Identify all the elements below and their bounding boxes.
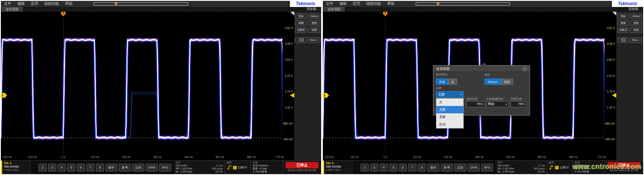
- channel-3-button[interactable]: 3: [48, 164, 56, 172]
- trigger-title: 触发: [227, 161, 249, 164]
- channel-4-button[interactable]: 4: [380, 164, 388, 172]
- persistence-option-off[interactable]: 关: [436, 99, 463, 106]
- search-button[interactable]: 搜索: [630, 20, 642, 26]
- acquisition-count: 1.754 M采集: [253, 170, 281, 173]
- graticule-style-dropdown[interactable]: 网格▾: [486, 101, 509, 107]
- results-table-button[interactable]: 结果表: [295, 27, 307, 33]
- persistence-dropdown[interactable]: 无限 ▾: [436, 91, 464, 98]
- channel-2-button[interactable]: 2: [39, 164, 47, 172]
- measure-button[interactable]: 测量: [617, 20, 629, 26]
- acquisition-badge[interactable]: 采集 自动 FastAcq 数采: 12 bits 1.754 M采集: [251, 161, 283, 174]
- record-view-bracket[interactable]: [94, 2, 188, 6]
- menu-utility[interactable]: 辅助功能: [363, 1, 384, 7]
- voltage-label: 2.20 V: [285, 74, 293, 77]
- ref-button[interactable]: 参考: [441, 164, 453, 172]
- voltage-label: 1.76 V: [607, 90, 615, 93]
- menu-help[interactable]: 帮助: [62, 1, 75, 7]
- time-label: -110 ns: [349, 155, 358, 158]
- math-button[interactable]: 数学: [105, 164, 117, 172]
- callout-button[interactable]: Callout: [630, 13, 642, 19]
- add-new-button[interactable]: 添加新...: [628, 7, 641, 11]
- measure-button[interactable]: 测量: [295, 20, 307, 26]
- persistence-option-variable[interactable]: 变量: [436, 113, 463, 121]
- results-table-button[interactable]: 结果表: [617, 27, 629, 33]
- plot-button[interactable]: 绘图: [308, 27, 320, 33]
- channel1-badge[interactable]: Ch 1 440 mV/div 1 MΩ 1 GHz: [1, 161, 30, 174]
- trigger-badge[interactable]: 触发 1 1.65 V: [547, 161, 573, 174]
- persistence-option-infinite[interactable]: 无限: [436, 106, 463, 113]
- channel-6-button[interactable]: 6: [77, 164, 85, 172]
- math-button[interactable]: 数学: [427, 164, 439, 172]
- time-label: 110 ns: [413, 155, 421, 158]
- add-new-button[interactable]: 添加新...: [306, 7, 319, 11]
- bus-button[interactable]: 总线: [132, 164, 144, 172]
- menu-edit[interactable]: 编辑: [14, 1, 28, 7]
- waveform-canvas[interactable]: [1, 12, 283, 155]
- cursors-button[interactable]: 光标: [295, 13, 307, 19]
- tab-waveform-view[interactable]: 波形视图: [2, 7, 23, 12]
- horizontal-title: 水平: [498, 161, 545, 164]
- menu-apps[interactable]: 应用: [28, 1, 41, 7]
- channel-5-button[interactable]: 5: [67, 164, 75, 172]
- plot-button[interactable]: 绘图: [630, 27, 642, 33]
- more-button[interactable]: More...: [308, 37, 320, 43]
- waveform-display[interactable]: T 1 3.52 V 3.08 V 2.64 V 2.20 V 1.76 V 1…: [1, 12, 294, 160]
- afg-button[interactable]: AFG: [481, 164, 493, 172]
- menu-edit[interactable]: 编辑: [336, 1, 350, 7]
- menu-utility[interactable]: 辅助功能: [41, 1, 62, 7]
- persistence-options-list: 关 无限 变量 自动: [436, 98, 464, 129]
- interp-sinx-button[interactable]: Sin(x)/x: [485, 79, 501, 85]
- dvm-button[interactable]: DVM: [468, 164, 480, 172]
- channel-3-button[interactable]: 3: [370, 164, 378, 172]
- wave-intensity-input[interactable]: 75%: [466, 101, 485, 107]
- main-area: T 1 3.52 V 3.08 V 2.64 V 2.20 V 1.76 V 1…: [1, 12, 321, 160]
- ref-button[interactable]: 参考: [119, 164, 131, 172]
- screen-capture-button[interactable]: [617, 37, 629, 43]
- callout-button[interactable]: Callout: [308, 13, 320, 19]
- channel-7-button[interactable]: 7: [408, 164, 416, 172]
- channel1-badge[interactable]: Ch 1 440 mV/div 1 MΩ 1 GHz: [323, 161, 352, 174]
- menu-file[interactable]: 文件: [323, 1, 336, 7]
- dialog-title-bar[interactable]: 波形视图 ?: [433, 66, 530, 72]
- more-button[interactable]: More...: [630, 37, 642, 43]
- trigger-source-chip: 1: [233, 166, 237, 169]
- menu-file[interactable]: 文件: [1, 1, 14, 7]
- style-vectors-button[interactable]: 矢量: [436, 79, 448, 85]
- trigger-position-marker-icon[interactable]: [115, 3, 117, 5]
- channel-7-button[interactable]: 7: [86, 164, 94, 172]
- help-icon[interactable]: ?: [523, 66, 527, 71]
- persistence-label: 余辉: [436, 86, 442, 90]
- trigger-badge[interactable]: 触发 1 1.65 V: [225, 161, 251, 174]
- stop-button[interactable]: 已停止: [286, 162, 319, 168]
- channel-8-button[interactable]: 8: [96, 164, 104, 172]
- tab-waveform-view[interactable]: 波形视图: [324, 7, 345, 12]
- dvm-button[interactable]: DVM: [146, 164, 158, 172]
- channel-6-button[interactable]: 6: [399, 164, 407, 172]
- graticule-intensity-input[interactable]: 75%: [511, 101, 526, 107]
- screen-capture-button[interactable]: [295, 37, 307, 43]
- channel-8-button[interactable]: 8: [418, 164, 426, 172]
- style-dots-button[interactable]: 点: [448, 79, 457, 85]
- persistence-option-auto[interactable]: 自动: [436, 121, 463, 128]
- interp-linear-button[interactable]: 线性: [501, 79, 513, 85]
- bus-button[interactable]: 总线: [454, 164, 466, 172]
- channel-2-button[interactable]: 2: [361, 164, 369, 172]
- voltage-label: 2.64 V: [285, 58, 293, 61]
- record-view-bracket[interactable]: [416, 2, 510, 6]
- channel1-impedance: 1 MΩ: [4, 168, 10, 171]
- corner-handle-icon[interactable]: [290, 12, 294, 16]
- corner-handle-icon[interactable]: [612, 12, 616, 16]
- horizontal-badge[interactable]: 水平 110 ns/div1.1 ps SR: 1.25 GS/s800 ps/…: [496, 161, 547, 174]
- search-button[interactable]: 搜索: [308, 20, 320, 26]
- afg-button[interactable]: AFG: [159, 164, 171, 172]
- cursors-button[interactable]: 光标: [617, 13, 629, 19]
- menu-apps[interactable]: 应用: [350, 1, 363, 7]
- menu-help[interactable]: 帮助: [384, 1, 397, 7]
- time-label: -220 ns: [2, 155, 12, 158]
- channel-5-button[interactable]: 5: [389, 164, 397, 172]
- status-bar: Ch 1 440 mV/div 1 MΩ 1 GHz 2 3 4 5 6 7 8…: [1, 160, 321, 174]
- channel1-name: Ch 1: [326, 161, 350, 165]
- channel-4-button[interactable]: 4: [58, 164, 66, 172]
- horizontal-badge[interactable]: 水平 110 ns/div1.1 ps SR: 1.25 GS/s800 ps/…: [174, 161, 225, 174]
- trigger-position-marker-icon[interactable]: [437, 3, 439, 5]
